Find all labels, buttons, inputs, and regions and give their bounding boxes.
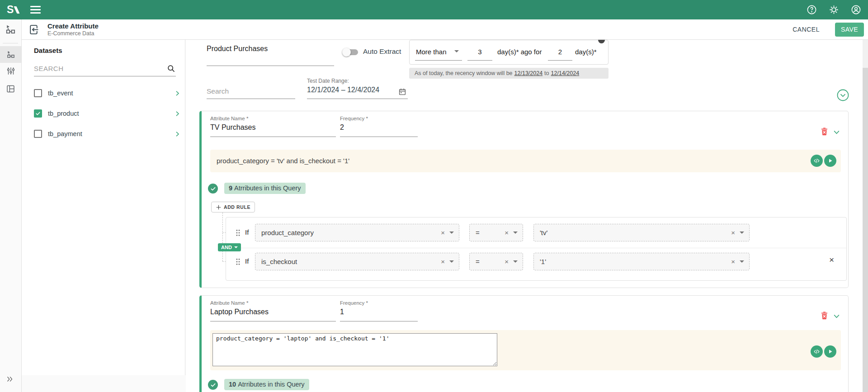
rule1-field-select[interactable]: product_category × [255,224,459,241]
dropdown-caret-icon[interactable] [449,260,454,263]
checkbox-tb_payment[interactable] [34,130,42,138]
frequency-input[interactable]: 2 [340,123,344,132]
expand-panel-icon[interactable] [6,375,14,383]
brand-logo-letter: S [7,4,14,16]
and-combinator-chip[interactable]: AND [218,243,241,251]
test-date-range-label: Test Date Range: [307,78,349,84]
frequency-input[interactable]: 1 [340,308,344,316]
validated-check-icon [208,184,218,194]
rule2-operator-select[interactable]: = × [469,253,523,270]
delete-attribute-icon[interactable] [820,127,829,136]
attributes-builder-icon[interactable] [6,50,16,59]
date-range-underline [307,99,408,99]
clear-icon[interactable]: × [441,229,445,236]
run-query-button[interactable] [824,345,836,358]
chevron-right-icon[interactable] [174,131,181,137]
dataset-row-tb_product[interactable]: tb_product [34,105,181,122]
dataset-label: tb_event [48,90,73,97]
days-for-input[interactable]: 2 [548,48,572,56]
add-rule-button[interactable]: ADD RULE [211,202,255,213]
recency-note-text: As of today, the recency window will be [415,70,513,76]
recency-note: As of today, the recency window will be1… [409,68,609,79]
chevron-right-icon[interactable] [174,110,181,117]
help-icon[interactable] [807,5,817,15]
drag-handle-icon[interactable] [236,229,241,236]
dataset-row-tb_event[interactable]: tb_event [34,85,181,101]
scroll-down-circle-icon[interactable] [837,89,849,101]
clear-icon[interactable]: × [505,229,509,236]
run-query-button[interactable] [824,155,836,167]
edit-code-button[interactable] [811,155,823,167]
auto-extract-toggle[interactable] [343,49,358,55]
datasets-search [34,61,176,76]
rule1-value-select[interactable]: 'tv' × [533,224,750,241]
save-button[interactable]: SAVE [835,23,864,37]
and-label: AND [221,245,232,250]
dropdown-caret-icon[interactable] [513,260,518,263]
rule-separator [226,248,846,248]
recency-to-text: to [544,70,549,76]
dropdown-caret-icon[interactable] [449,231,454,234]
days-ago-input[interactable]: 3 [467,48,492,56]
datasets-title: Datasets [34,47,62,54]
top-app-bar: S [0,0,868,19]
recency-operator-select[interactable]: More than [416,48,447,56]
frequency-label: Frequency * [340,116,368,121]
calendar-icon[interactable] [398,88,406,96]
chevron-right-icon[interactable] [174,90,181,97]
search-icon[interactable] [166,64,176,73]
clear-icon[interactable]: × [505,258,509,265]
scrollbar-thumb[interactable] [863,68,868,392]
attribute-count: 9 [229,184,232,192]
query-preview-box: product_category = 'tv' and is_checkout … [210,150,841,172]
drag-handle-icon[interactable] [236,258,241,265]
checkbox-tb_product[interactable] [34,109,42,118]
collapse-card-chevron-icon[interactable] [833,128,840,136]
attribute-count: 10 [229,381,236,388]
attribute-name-label: Attribute Name * [210,300,248,306]
test-date-range-value[interactable]: 12/1/2024 – 12/4/2024 [307,86,379,94]
brand-logo[interactable]: S [7,4,18,16]
rule2-value-select[interactable]: '1' × [533,253,750,270]
attribute-count-suffix: Atrributes in this Query [238,381,304,388]
table-layout-icon[interactable] [6,84,15,94]
attribute-search-input[interactable] [207,87,297,95]
scrollbar[interactable] [863,40,868,392]
display-name-field[interactable]: Product Purchases [207,45,268,53]
attribute-card-laptop-purchases: Attribute Name * Laptop Purchases Freque… [199,295,849,392]
back-icon[interactable] [28,24,39,35]
query-sql-textarea[interactable]: product_category = 'laptop' and is_check… [212,333,497,366]
rule1-operator-select[interactable]: = × [469,224,523,241]
edit-code-button[interactable] [811,345,823,358]
collapse-card-chevron-icon[interactable] [833,312,840,320]
clear-icon[interactable]: × [731,229,735,236]
rule2-field-select[interactable]: is_checkout × [255,253,459,270]
attribute-name-input[interactable]: TV Purchases [210,123,255,132]
query-edit-area: product_category = 'laptop' and is_check… [210,330,841,370]
dropdown-caret-icon[interactable] [513,231,518,234]
account-icon[interactable] [851,5,861,15]
schema-icon[interactable] [5,24,17,35]
delete-attribute-icon[interactable] [820,311,829,320]
auto-extract-label: Auto Extract [363,47,401,56]
settings-gear-icon[interactable] [829,5,839,15]
cancel-button[interactable]: CANCEL [793,26,820,33]
dataset-row-tb_payment[interactable]: tb_payment [34,126,181,142]
attribute-name-label: Attribute Name * [210,116,248,121]
datasets-search-input[interactable] [34,65,166,72]
rule1-field-value: product_category [261,229,441,236]
page-header: Create Attribute E-Commerce Data CANCEL … [22,19,868,40]
checkbox-tb_event[interactable] [34,89,42,97]
attribute-count-badge: 10Atrributes in this Query [224,379,309,390]
dropdown-caret-icon[interactable] [740,231,744,234]
filters-sliders-icon[interactable] [6,66,16,76]
dropdown-caret-icon[interactable] [454,50,459,52]
clear-icon[interactable]: × [731,258,735,265]
menu-icon[interactable] [30,4,41,16]
dropdown-caret-icon[interactable] [740,260,744,263]
dataset-label: tb_product [48,110,79,117]
recency-end-date: 12/14/2024 [551,70,580,76]
attribute-name-input[interactable]: Laptop Purchases [210,308,269,316]
clear-icon[interactable]: × [441,258,445,265]
remove-rule-icon[interactable]: × [829,255,834,264]
